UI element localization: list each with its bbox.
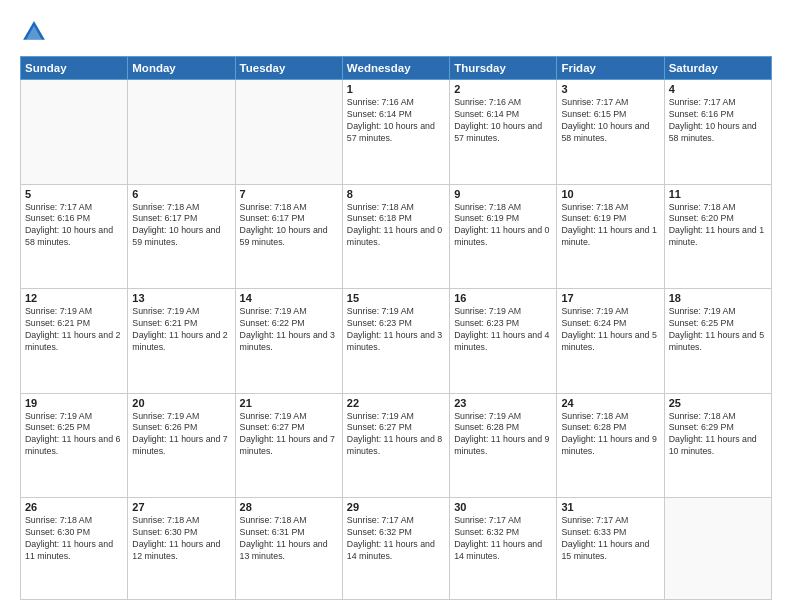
day-cell: 20Sunrise: 7:19 AM Sunset: 6:26 PM Dayli… — [128, 393, 235, 498]
day-number: 7 — [240, 188, 338, 200]
day-info: Sunrise: 7:18 AM Sunset: 6:20 PM Dayligh… — [669, 202, 767, 250]
weekday-header-monday: Monday — [128, 57, 235, 80]
day-number: 20 — [132, 397, 230, 409]
day-cell: 10Sunrise: 7:18 AM Sunset: 6:19 PM Dayli… — [557, 184, 664, 289]
day-info: Sunrise: 7:19 AM Sunset: 6:21 PM Dayligh… — [25, 306, 123, 354]
day-info: Sunrise: 7:18 AM Sunset: 6:19 PM Dayligh… — [454, 202, 552, 250]
day-cell: 26Sunrise: 7:18 AM Sunset: 6:30 PM Dayli… — [21, 498, 128, 600]
weekday-header-wednesday: Wednesday — [342, 57, 449, 80]
week-row-2: 5Sunrise: 7:17 AM Sunset: 6:16 PM Daylig… — [21, 184, 772, 289]
day-cell: 7Sunrise: 7:18 AM Sunset: 6:17 PM Daylig… — [235, 184, 342, 289]
day-number: 14 — [240, 292, 338, 304]
calendar-table: SundayMondayTuesdayWednesdayThursdayFrid… — [20, 56, 772, 600]
day-cell: 2Sunrise: 7:16 AM Sunset: 6:14 PM Daylig… — [450, 80, 557, 185]
day-number: 10 — [561, 188, 659, 200]
day-info: Sunrise: 7:19 AM Sunset: 6:26 PM Dayligh… — [132, 411, 230, 459]
day-cell: 28Sunrise: 7:18 AM Sunset: 6:31 PM Dayli… — [235, 498, 342, 600]
day-info: Sunrise: 7:18 AM Sunset: 6:18 PM Dayligh… — [347, 202, 445, 250]
day-info: Sunrise: 7:19 AM Sunset: 6:21 PM Dayligh… — [132, 306, 230, 354]
weekday-header-sunday: Sunday — [21, 57, 128, 80]
weekday-header-row: SundayMondayTuesdayWednesdayThursdayFrid… — [21, 57, 772, 80]
day-info: Sunrise: 7:19 AM Sunset: 6:28 PM Dayligh… — [454, 411, 552, 459]
day-info: Sunrise: 7:19 AM Sunset: 6:22 PM Dayligh… — [240, 306, 338, 354]
day-cell: 15Sunrise: 7:19 AM Sunset: 6:23 PM Dayli… — [342, 289, 449, 394]
day-number: 28 — [240, 501, 338, 513]
day-number: 1 — [347, 83, 445, 95]
day-number: 8 — [347, 188, 445, 200]
day-number: 29 — [347, 501, 445, 513]
day-number: 2 — [454, 83, 552, 95]
day-number: 15 — [347, 292, 445, 304]
day-number: 22 — [347, 397, 445, 409]
day-number: 21 — [240, 397, 338, 409]
weekday-header-thursday: Thursday — [450, 57, 557, 80]
header — [20, 18, 772, 46]
day-cell: 12Sunrise: 7:19 AM Sunset: 6:21 PM Dayli… — [21, 289, 128, 394]
logo — [20, 18, 52, 46]
day-number: 13 — [132, 292, 230, 304]
day-info: Sunrise: 7:17 AM Sunset: 6:16 PM Dayligh… — [25, 202, 123, 250]
weekday-header-saturday: Saturday — [664, 57, 771, 80]
day-number: 9 — [454, 188, 552, 200]
day-number: 23 — [454, 397, 552, 409]
day-cell: 8Sunrise: 7:18 AM Sunset: 6:18 PM Daylig… — [342, 184, 449, 289]
day-cell — [664, 498, 771, 600]
day-info: Sunrise: 7:16 AM Sunset: 6:14 PM Dayligh… — [347, 97, 445, 145]
day-cell: 13Sunrise: 7:19 AM Sunset: 6:21 PM Dayli… — [128, 289, 235, 394]
day-info: Sunrise: 7:18 AM Sunset: 6:30 PM Dayligh… — [132, 515, 230, 563]
day-info: Sunrise: 7:18 AM Sunset: 6:19 PM Dayligh… — [561, 202, 659, 250]
day-cell: 5Sunrise: 7:17 AM Sunset: 6:16 PM Daylig… — [21, 184, 128, 289]
day-number: 25 — [669, 397, 767, 409]
weekday-header-tuesday: Tuesday — [235, 57, 342, 80]
day-number: 27 — [132, 501, 230, 513]
day-number: 31 — [561, 501, 659, 513]
day-cell: 21Sunrise: 7:19 AM Sunset: 6:27 PM Dayli… — [235, 393, 342, 498]
day-info: Sunrise: 7:18 AM Sunset: 6:31 PM Dayligh… — [240, 515, 338, 563]
day-cell: 6Sunrise: 7:18 AM Sunset: 6:17 PM Daylig… — [128, 184, 235, 289]
weekday-header-friday: Friday — [557, 57, 664, 80]
day-cell: 27Sunrise: 7:18 AM Sunset: 6:30 PM Dayli… — [128, 498, 235, 600]
day-number: 19 — [25, 397, 123, 409]
day-number: 3 — [561, 83, 659, 95]
day-number: 24 — [561, 397, 659, 409]
day-number: 17 — [561, 292, 659, 304]
day-cell: 4Sunrise: 7:17 AM Sunset: 6:16 PM Daylig… — [664, 80, 771, 185]
day-number: 30 — [454, 501, 552, 513]
day-number: 18 — [669, 292, 767, 304]
day-number: 16 — [454, 292, 552, 304]
day-cell: 16Sunrise: 7:19 AM Sunset: 6:23 PM Dayli… — [450, 289, 557, 394]
day-number: 12 — [25, 292, 123, 304]
day-cell — [235, 80, 342, 185]
day-cell: 3Sunrise: 7:17 AM Sunset: 6:15 PM Daylig… — [557, 80, 664, 185]
day-info: Sunrise: 7:18 AM Sunset: 6:29 PM Dayligh… — [669, 411, 767, 459]
day-info: Sunrise: 7:17 AM Sunset: 6:32 PM Dayligh… — [454, 515, 552, 563]
day-info: Sunrise: 7:19 AM Sunset: 6:27 PM Dayligh… — [347, 411, 445, 459]
day-info: Sunrise: 7:19 AM Sunset: 6:25 PM Dayligh… — [669, 306, 767, 354]
day-number: 6 — [132, 188, 230, 200]
day-cell — [128, 80, 235, 185]
day-info: Sunrise: 7:19 AM Sunset: 6:27 PM Dayligh… — [240, 411, 338, 459]
day-info: Sunrise: 7:17 AM Sunset: 6:16 PM Dayligh… — [669, 97, 767, 145]
day-info: Sunrise: 7:17 AM Sunset: 6:32 PM Dayligh… — [347, 515, 445, 563]
day-cell: 29Sunrise: 7:17 AM Sunset: 6:32 PM Dayli… — [342, 498, 449, 600]
day-number: 26 — [25, 501, 123, 513]
day-cell: 24Sunrise: 7:18 AM Sunset: 6:28 PM Dayli… — [557, 393, 664, 498]
day-info: Sunrise: 7:18 AM Sunset: 6:17 PM Dayligh… — [240, 202, 338, 250]
day-cell: 23Sunrise: 7:19 AM Sunset: 6:28 PM Dayli… — [450, 393, 557, 498]
week-row-5: 26Sunrise: 7:18 AM Sunset: 6:30 PM Dayli… — [21, 498, 772, 600]
day-cell: 9Sunrise: 7:18 AM Sunset: 6:19 PM Daylig… — [450, 184, 557, 289]
day-info: Sunrise: 7:19 AM Sunset: 6:24 PM Dayligh… — [561, 306, 659, 354]
day-cell: 30Sunrise: 7:17 AM Sunset: 6:32 PM Dayli… — [450, 498, 557, 600]
day-cell: 17Sunrise: 7:19 AM Sunset: 6:24 PM Dayli… — [557, 289, 664, 394]
day-info: Sunrise: 7:16 AM Sunset: 6:14 PM Dayligh… — [454, 97, 552, 145]
week-row-3: 12Sunrise: 7:19 AM Sunset: 6:21 PM Dayli… — [21, 289, 772, 394]
day-cell: 19Sunrise: 7:19 AM Sunset: 6:25 PM Dayli… — [21, 393, 128, 498]
day-cell: 14Sunrise: 7:19 AM Sunset: 6:22 PM Dayli… — [235, 289, 342, 394]
day-info: Sunrise: 7:17 AM Sunset: 6:15 PM Dayligh… — [561, 97, 659, 145]
day-info: Sunrise: 7:17 AM Sunset: 6:33 PM Dayligh… — [561, 515, 659, 563]
logo-icon — [20, 18, 48, 46]
day-cell: 22Sunrise: 7:19 AM Sunset: 6:27 PM Dayli… — [342, 393, 449, 498]
day-cell: 25Sunrise: 7:18 AM Sunset: 6:29 PM Dayli… — [664, 393, 771, 498]
day-info: Sunrise: 7:19 AM Sunset: 6:23 PM Dayligh… — [347, 306, 445, 354]
week-row-4: 19Sunrise: 7:19 AM Sunset: 6:25 PM Dayli… — [21, 393, 772, 498]
